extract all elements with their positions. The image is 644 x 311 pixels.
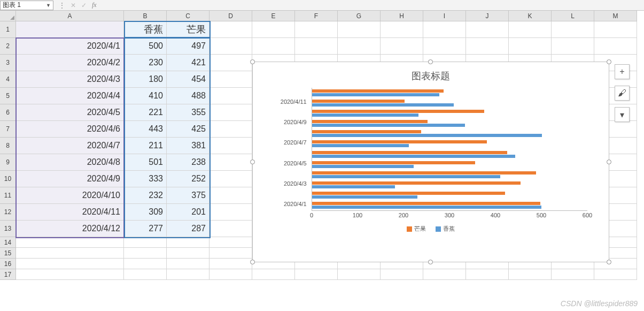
bar-banana[interactable] <box>312 134 542 137</box>
cell-A9[interactable]: 2020/4/8 <box>16 154 124 171</box>
bar-mango[interactable] <box>312 181 521 185</box>
bar-group[interactable]: 2020/4/5 <box>312 161 587 169</box>
resize-handle[interactable] <box>428 59 433 64</box>
column-header-B[interactable]: B <box>124 11 167 21</box>
cell-B7[interactable]: 443 <box>124 121 167 138</box>
cell-E17[interactable] <box>252 269 295 280</box>
bar-group[interactable] <box>312 89 587 97</box>
cell-B11[interactable]: 232 <box>124 187 167 204</box>
bar-group[interactable] <box>312 192 587 199</box>
cell-I17[interactable] <box>423 269 466 280</box>
cell-H2[interactable] <box>381 38 423 55</box>
bar-banana[interactable] <box>312 103 454 107</box>
bar-group[interactable] <box>312 171 587 179</box>
column-header-K[interactable]: K <box>509 11 552 21</box>
column-header-F[interactable]: F <box>295 11 338 21</box>
cell-B10[interactable]: 333 <box>124 171 167 187</box>
cell-A1[interactable] <box>16 21 124 38</box>
cell-A8[interactable]: 2020/4/7 <box>16 138 124 154</box>
row-header-3[interactable]: 3 <box>0 55 16 71</box>
cell-L1[interactable] <box>552 21 594 38</box>
cell-D10[interactable] <box>210 171 252 187</box>
cell-B9[interactable]: 501 <box>124 154 167 171</box>
cell-H17[interactable] <box>381 269 423 280</box>
column-header-G[interactable]: G <box>338 11 381 21</box>
cell-D3[interactable] <box>210 55 252 71</box>
row-header-6[interactable]: 6 <box>0 104 16 121</box>
row-header-12[interactable]: 12 <box>0 204 16 221</box>
cell-C5[interactable]: 488 <box>167 88 210 104</box>
resize-handle[interactable] <box>428 260 433 264</box>
bar-group[interactable]: 2020/4/1 <box>312 202 587 209</box>
bar-mango[interactable] <box>312 192 505 195</box>
cell-A11[interactable]: 2020/4/10 <box>16 187 124 204</box>
cell-D17[interactable] <box>210 269 252 280</box>
cell-L17[interactable] <box>552 269 594 280</box>
cell-G17[interactable] <box>338 269 381 280</box>
cell-D4[interactable] <box>210 71 252 88</box>
resize-handle[interactable] <box>250 160 255 164</box>
embedded-chart[interactable]: 图表标题 2020/4/112020/4/92020/4/72020/4/520… <box>252 62 609 262</box>
cell-A14[interactable] <box>16 237 124 248</box>
bar-group[interactable]: 2020/4/9 <box>312 120 587 127</box>
chart-styles-button[interactable]: 🖌 <box>615 86 630 101</box>
cell-D15[interactable] <box>210 248 252 259</box>
bar-group[interactable] <box>312 110 587 117</box>
cell-I1[interactable] <box>423 21 466 38</box>
column-header-E[interactable]: E <box>252 11 295 21</box>
cell-C7[interactable]: 425 <box>167 121 210 138</box>
bar-group[interactable]: 2020/4/3 <box>312 181 587 189</box>
row-header-9[interactable]: 9 <box>0 154 16 171</box>
row-header-4[interactable]: 4 <box>0 71 16 88</box>
bar-group[interactable]: 2020/4/7 <box>312 140 587 148</box>
column-header-J[interactable]: J <box>466 11 509 21</box>
select-all-corner[interactable] <box>0 11 16 21</box>
resize-handle[interactable] <box>250 59 255 64</box>
bar-mango[interactable] <box>312 110 484 113</box>
cell-L2[interactable] <box>552 38 594 55</box>
cell-C3[interactable]: 421 <box>167 55 210 71</box>
cell-A5[interactable]: 2020/4/4 <box>16 88 124 104</box>
name-box[interactable]: 图表 1 ▼ <box>0 1 53 10</box>
cell-J1[interactable] <box>466 21 509 38</box>
chart-title[interactable]: 图表标题 <box>253 62 609 85</box>
cell-D5[interactable] <box>210 88 252 104</box>
cell-F1[interactable] <box>295 21 338 38</box>
bar-mango[interactable] <box>312 151 507 154</box>
legend-item-banana[interactable]: 香蕉 <box>436 225 455 233</box>
cell-A16[interactable] <box>16 259 124 269</box>
cell-B2[interactable]: 500 <box>124 38 167 55</box>
cell-B14[interactable] <box>124 237 167 248</box>
cell-A6[interactable]: 2020/4/5 <box>16 104 124 121</box>
cell-H1[interactable] <box>381 21 423 38</box>
column-header-M[interactable]: M <box>594 11 637 21</box>
cell-C8[interactable]: 381 <box>167 138 210 154</box>
row-header-16[interactable]: 16 <box>0 259 16 269</box>
confirm-icon[interactable]: ✓ <box>81 2 87 9</box>
bar-banana[interactable] <box>312 93 439 96</box>
bar-banana[interactable] <box>312 144 409 147</box>
bar-mango[interactable] <box>312 161 475 164</box>
cell-B13[interactable]: 277 <box>124 221 167 237</box>
row-header-13[interactable]: 13 <box>0 221 16 237</box>
cell-F17[interactable] <box>295 269 338 280</box>
cell-A15[interactable] <box>16 248 124 259</box>
row-header-8[interactable]: 8 <box>0 138 16 154</box>
bar-mango[interactable] <box>312 120 428 123</box>
cell-C15[interactable] <box>167 248 210 259</box>
bar-group[interactable] <box>312 151 587 158</box>
cell-B12[interactable]: 309 <box>124 204 167 221</box>
row-header-14[interactable]: 14 <box>0 237 16 248</box>
cell-M2[interactable] <box>594 38 637 55</box>
bar-banana[interactable] <box>312 175 500 178</box>
chart-legend[interactable]: 芒果 香蕉 <box>253 225 609 233</box>
cell-B17[interactable] <box>124 269 167 280</box>
cell-B5[interactable]: 410 <box>124 88 167 104</box>
cell-A4[interactable]: 2020/4/3 <box>16 71 124 88</box>
row-header-2[interactable]: 2 <box>0 38 16 55</box>
resize-handle[interactable] <box>607 160 611 164</box>
fx-icon[interactable]: fx <box>92 1 97 9</box>
bar-group[interactable]: 2020/4/11 <box>312 100 587 107</box>
cell-C16[interactable] <box>167 259 210 269</box>
cell-B15[interactable] <box>124 248 167 259</box>
